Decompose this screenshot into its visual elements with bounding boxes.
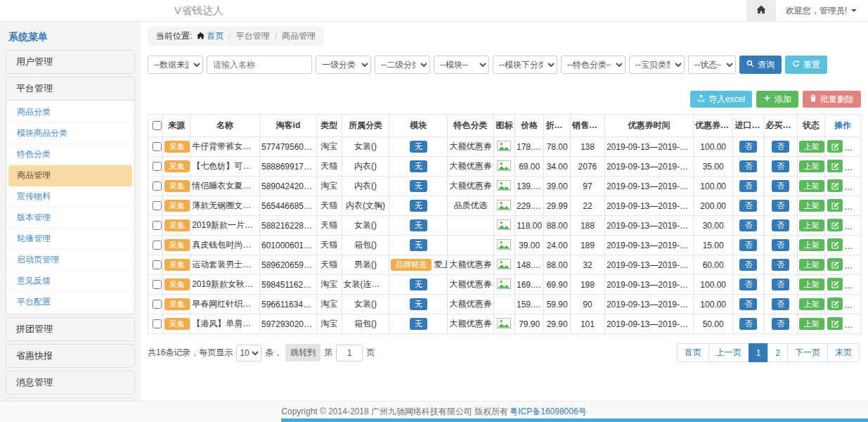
sidebar-subitem[interactable]: 平台配置 (8, 292, 132, 312)
import-select-badge[interactable]: 否 (739, 239, 757, 251)
pager-button[interactable]: 2 (767, 343, 788, 362)
pager-button[interactable]: 上一页 (708, 343, 749, 362)
must-buy-badge[interactable]: 否 (772, 279, 789, 290)
status-badge[interactable]: 上架 (799, 259, 824, 271)
import-select-badge[interactable]: 否 (739, 141, 757, 153)
select-all-checkbox[interactable] (153, 121, 162, 130)
sidebar-subitem[interactable]: 意见反馈 (8, 271, 132, 292)
module-select[interactable]: --模块-- (434, 56, 489, 74)
source-cell: 采集 (162, 177, 190, 196)
edit-button[interactable] (827, 317, 843, 330)
sidebar-subitem[interactable]: 轮播管理 (8, 229, 132, 250)
status-badge[interactable]: 上架 (799, 200, 824, 212)
must-buy-badge[interactable]: 否 (772, 259, 789, 271)
must-buy-badge[interactable]: 否 (772, 180, 789, 192)
page-number-input[interactable] (336, 345, 363, 362)
status-badge[interactable]: 上架 (799, 160, 824, 172)
name-search-input[interactable] (207, 56, 312, 74)
jump-button[interactable]: 跳转到 (285, 344, 320, 362)
row-checkbox[interactable] (153, 241, 162, 250)
sidebar-section[interactable]: 省惠快报 (6, 344, 135, 368)
sidebar-section[interactable]: 消息管理 (6, 371, 135, 395)
must-buy-badge[interactable]: 否 (772, 141, 789, 153)
category1-select[interactable]: 一级分类 (316, 56, 371, 74)
import-select-badge[interactable]: 否 (739, 298, 757, 310)
home-button[interactable] (746, 0, 776, 21)
row-checkbox[interactable] (153, 142, 162, 151)
edit-button[interactable] (827, 258, 843, 271)
sidebar-subitem[interactable]: 启动页管理 (8, 250, 132, 271)
row-checkbox[interactable] (153, 181, 162, 191)
pager-button[interactable]: 首页 (677, 343, 709, 362)
edit-button[interactable] (827, 160, 843, 172)
status-badge[interactable]: 上架 (799, 180, 824, 192)
sidebar-subitem[interactable]: 宣传物料 (8, 186, 132, 207)
row-checkbox[interactable] (153, 319, 162, 328)
edit-button[interactable] (827, 219, 843, 231)
status-badge[interactable]: 上架 (799, 141, 824, 153)
sidebar-subitem[interactable]: 版本管理 (8, 207, 132, 229)
add-button[interactable]: 添加 (756, 91, 798, 108)
edit-button[interactable] (827, 179, 843, 192)
row-checkbox[interactable] (153, 221, 162, 230)
must-buy-badge[interactable]: 否 (772, 239, 789, 251)
must-buy-badge[interactable]: 否 (772, 298, 789, 310)
row-checkbox[interactable] (153, 300, 162, 309)
edit-button[interactable] (827, 278, 843, 290)
import-select-badge[interactable]: 否 (739, 200, 757, 212)
breadcrumb-item[interactable]: 平台管理 (236, 30, 270, 42)
pager-button[interactable]: 末页 (827, 343, 860, 362)
feature-category-select[interactable]: --特色分类-- (561, 56, 626, 74)
table-body: 采集牛仔背带裤女秋装减龄...577479560965淘宝女装()无大额优惠券1… (148, 137, 861, 334)
import-select-badge[interactable]: 否 (739, 219, 757, 231)
import-excel-button[interactable]: 导入excel (690, 91, 752, 108)
import-select-badge[interactable]: 否 (739, 279, 757, 290)
data-source-select[interactable]: --数据来源-- (148, 56, 203, 74)
row-checkbox[interactable] (153, 260, 162, 269)
import-select-badge[interactable]: 否 (739, 259, 757, 271)
icon-cell (493, 157, 514, 177)
user-menu[interactable]: 欢迎您，管理员! (776, 0, 868, 21)
edit-button[interactable] (827, 298, 843, 310)
module-subcategory-select[interactable]: --模块下分类-- (493, 56, 557, 74)
must-buy-badge[interactable]: 否 (772, 219, 789, 231)
sidebar-subitem[interactable]: 模块商品分类 (8, 123, 132, 144)
sales-cell: 2076 (571, 157, 605, 177)
page-size-select[interactable]: 10 (236, 345, 261, 362)
icp-link[interactable]: 粤ICP备16098006号 (510, 406, 586, 418)
sidebar-section-platform-label[interactable]: 平台管理 (6, 77, 134, 100)
batch-delete-button[interactable]: 批量删除 (803, 91, 861, 108)
edit-button[interactable] (827, 199, 843, 212)
table-toolbar: 导入excel 添加 批量删除 (148, 91, 861, 108)
import-select-badge[interactable]: 否 (739, 318, 757, 330)
sidebar-subitem[interactable]: 商品分类 (8, 102, 132, 123)
status-badge[interactable]: 上架 (799, 279, 824, 290)
row-checkbox[interactable] (153, 162, 162, 171)
pager-button[interactable]: 1 (749, 343, 769, 362)
sidebar-section[interactable]: 拼团管理 (6, 317, 135, 341)
row-checkbox[interactable] (153, 201, 162, 210)
import-select-badge[interactable]: 否 (739, 160, 757, 172)
edit-button[interactable] (827, 140, 843, 153)
reset-button[interactable]: 重置 (785, 56, 827, 74)
status-badge[interactable]: 上架 (799, 318, 824, 330)
breadcrumb-home-link[interactable]: 首页 (197, 30, 224, 42)
row-checkbox[interactable] (153, 280, 162, 289)
must-buy-badge[interactable]: 否 (772, 318, 789, 330)
edit-button[interactable] (827, 238, 843, 251)
must-buy-badge[interactable]: 否 (772, 160, 789, 172)
status-badge[interactable]: 上架 (799, 219, 824, 231)
search-button[interactable]: 查询 (739, 56, 782, 74)
source-badge: 采集 (164, 180, 190, 192)
category2-select[interactable]: --二级分类-- (375, 56, 430, 74)
pager-button[interactable]: 下一页 (787, 343, 828, 362)
item-type-select[interactable]: --宝贝类型-- (629, 56, 685, 74)
status-badge[interactable]: 上架 (799, 239, 824, 251)
status-badge[interactable]: 上架 (799, 298, 824, 310)
sidebar-subitem[interactable]: 商品管理 (8, 165, 132, 186)
sidebar-section-users[interactable]: 用户管理 (6, 50, 135, 74)
must-buy-badge[interactable]: 否 (772, 200, 789, 212)
status-select[interactable]: --状态-- (688, 56, 736, 74)
import-select-badge[interactable]: 否 (739, 180, 757, 192)
sidebar-subitem[interactable]: 特色分类 (8, 144, 132, 165)
